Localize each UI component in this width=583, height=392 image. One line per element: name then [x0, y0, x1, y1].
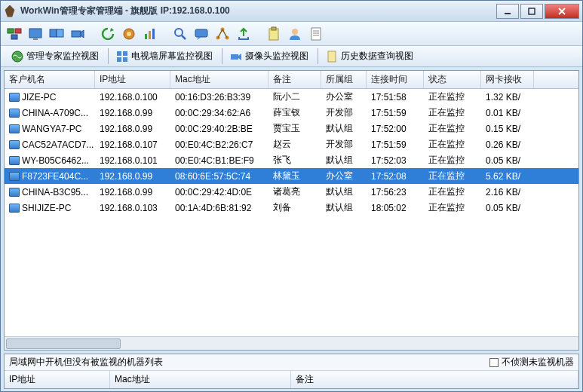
- toolbar-stats-icon[interactable]: [141, 25, 159, 43]
- cell-net: 0.05 KB/: [481, 200, 534, 216]
- close-button[interactable]: [545, 4, 579, 19]
- table-row[interactable]: CHINA-B3C95...192.168.0.9900:0C:29:42:4D…: [5, 184, 578, 200]
- cell-name: CHINA-B3C95...: [5, 184, 95, 200]
- toolbar-monitors-icon[interactable]: [5, 25, 23, 43]
- cell-status: 正在监控: [424, 89, 481, 105]
- svg-rect-28: [311, 28, 321, 40]
- svg-rect-34: [123, 51, 127, 56]
- col-mac[interactable]: Mac地址: [170, 71, 268, 88]
- table-row[interactable]: WANGYA7-PC192.168.0.9900:0C:29:40:2B:BE贾…: [5, 121, 578, 136]
- window-title: WorkWin管理专家管理端 - 旗舰版 IP:192.168.0.100: [20, 5, 495, 17]
- client-table: 客户机名 IP地址 Mac地址 备注 所属组 连接时间 状态 网卡接收 JIZE…: [4, 70, 579, 351]
- toolbar-search-icon[interactable]: [171, 25, 189, 43]
- toolbar-clipboard-icon[interactable]: [265, 25, 283, 43]
- horizontal-scrollbar[interactable]: [5, 336, 578, 350]
- table-body: JIZE-PC192.168.0.10000:16:D3:26:B3:39阮小二…: [5, 89, 578, 336]
- pc-icon: [9, 188, 20, 197]
- cell-net: 1.32 KB/: [481, 89, 534, 105]
- svg-rect-37: [231, 54, 238, 60]
- app-icon: [4, 5, 16, 17]
- table-row[interactable]: CAC52A7ACD7...192.168.0.10700:E0:4C:B2:2…: [5, 136, 578, 152]
- toolbar-settings-icon[interactable]: [120, 25, 138, 43]
- svg-rect-1: [529, 8, 535, 14]
- bottom-panel: 局域网中开机但没有被监视的机器列表 不侦测未监视机器 IP地址 Mac地址 备注: [4, 354, 579, 389]
- pc-icon: [9, 140, 20, 149]
- view-tab-bar: 管理专家监控视图 电视墙屏幕监控视图 摄像头监控视图 历史数据查询视图: [1, 46, 582, 67]
- cell-remark: 林黛玉: [268, 168, 321, 184]
- cell-net: 5.62 KB/: [481, 168, 534, 184]
- cell-ip: 192.168.0.100: [95, 89, 170, 105]
- svg-line-24: [222, 29, 227, 38]
- col-remark[interactable]: 备注: [268, 71, 321, 88]
- toolbar-doc-icon[interactable]: [307, 25, 325, 43]
- minimize-button[interactable]: [496, 4, 519, 19]
- cell-status: 正在监控: [424, 200, 481, 216]
- cell-name: F8723FE404C...: [5, 168, 95, 184]
- toolbar-screen-icon[interactable]: [26, 25, 44, 43]
- detect-checkbox-label[interactable]: 不侦测未监视机器: [489, 356, 574, 369]
- toolbar-network-icon[interactable]: [213, 25, 232, 43]
- col-net[interactable]: 网卡接收: [481, 71, 534, 88]
- tab-camera-view[interactable]: 摄像头监控视图: [222, 48, 315, 64]
- cell-name: CAC52A7ACD7...: [5, 136, 95, 152]
- cell-ip: 192.168.0.99: [95, 121, 170, 136]
- table-row[interactable]: WY-B05C6462...192.168.0.10100:E0:4C:B1:B…: [5, 152, 578, 168]
- table-row[interactable]: JIZE-PC192.168.0.10000:16:D3:26:B3:39阮小二…: [5, 89, 578, 105]
- table-row[interactable]: F8723FE404C...192.168.0.9908:60:6E:57:5C…: [5, 168, 578, 184]
- cell-time: 17:56:23: [367, 184, 424, 200]
- svg-rect-19: [195, 29, 207, 37]
- svg-rect-26: [272, 27, 276, 30]
- toolbar-refresh-icon[interactable]: [99, 25, 117, 43]
- toolbar-message-icon[interactable]: [192, 25, 210, 43]
- svg-rect-36: [123, 57, 127, 62]
- cell-time: 17:52:08: [367, 168, 424, 184]
- cell-group: 办公室: [321, 89, 367, 105]
- toolbar-upload-icon[interactable]: [235, 25, 253, 43]
- cell-time: 17:52:00: [367, 121, 424, 136]
- col-client-name[interactable]: 客户机名: [5, 71, 95, 88]
- col-ip[interactable]: IP地址: [95, 71, 170, 88]
- cell-time: 17:51:59: [367, 105, 424, 121]
- col-group[interactable]: 所属组: [321, 71, 367, 88]
- maximize-button[interactable]: [520, 4, 543, 19]
- cell-remark: 贾宝玉: [268, 121, 321, 136]
- col-time[interactable]: 连接时间: [367, 71, 424, 88]
- tab-label: 历史数据查询视图: [341, 50, 413, 63]
- cell-net: 0.15 KB/: [481, 121, 534, 136]
- bcol-remark[interactable]: 备注: [291, 371, 578, 388]
- pc-icon: [9, 156, 20, 165]
- tab-monitor-view[interactable]: 管理专家监控视图: [5, 48, 105, 64]
- table-row[interactable]: CHINA-A709C...192.168.0.9900:0C:29:34:62…: [5, 105, 578, 121]
- cell-status: 正在监控: [424, 152, 481, 168]
- pc-icon: [9, 109, 20, 118]
- toolbar-dual-screen-icon[interactable]: [48, 25, 66, 43]
- svg-rect-10: [57, 29, 63, 37]
- cell-mac: 00:16:D3:26:B3:39: [170, 89, 268, 105]
- cell-ip: 192.168.0.103: [95, 200, 170, 216]
- cell-mac: 00:1A:4D:6B:81:92: [170, 200, 268, 216]
- cell-remark: 刘备: [268, 200, 321, 216]
- cell-name: WANGYA7-PC: [5, 121, 95, 136]
- bcol-mac[interactable]: Mac地址: [110, 371, 291, 388]
- cell-time: 17:51:58: [367, 89, 424, 105]
- svg-rect-33: [117, 51, 121, 56]
- cell-remark: 薛宝钗: [268, 105, 321, 121]
- cell-status: 正在监控: [424, 121, 481, 136]
- cell-group: 办公室: [321, 168, 367, 184]
- doc-small-icon: [326, 51, 338, 63]
- grid-icon: [116, 51, 128, 63]
- svg-rect-15: [149, 31, 151, 39]
- tab-tvwall-view[interactable]: 电视墙屏幕监控视图: [108, 48, 219, 64]
- checkbox-icon[interactable]: [489, 358, 499, 367]
- toolbar-camera-icon[interactable]: [69, 25, 87, 43]
- cell-ip: 192.168.0.99: [95, 168, 170, 184]
- svg-rect-4: [8, 29, 14, 33]
- cell-status: 正在监控: [424, 184, 481, 200]
- col-status[interactable]: 状态: [424, 71, 481, 88]
- cell-mac: 00:0C:29:34:62:A6: [170, 105, 268, 121]
- toolbar-user-icon[interactable]: [286, 25, 304, 43]
- cell-remark: 张飞: [268, 152, 321, 168]
- table-row[interactable]: SHIJIZE-PC192.168.0.10300:1A:4D:6B:81:92…: [5, 200, 578, 216]
- tab-history-view[interactable]: 历史数据查询视图: [318, 48, 419, 64]
- bcol-ip[interactable]: IP地址: [5, 371, 110, 388]
